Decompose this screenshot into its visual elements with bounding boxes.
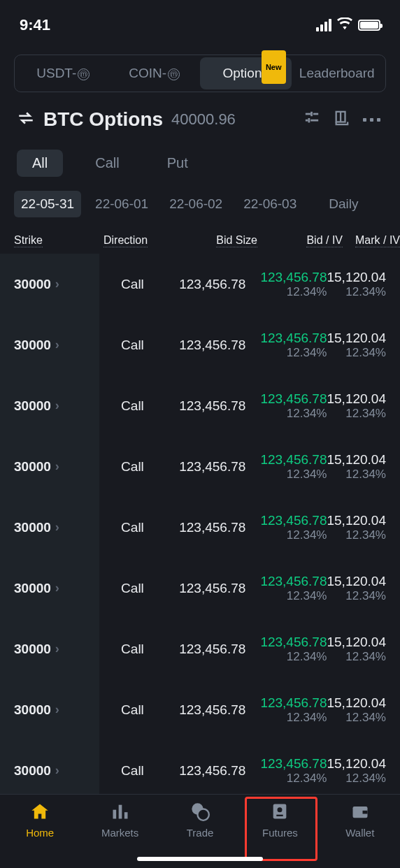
col-strike[interactable]: Strike (14, 234, 103, 247)
wifi-icon (337, 17, 352, 33)
svg-rect-14 (277, 815, 283, 816)
table-row[interactable]: 30000›Call123,456.78123,456.7812.34%15,1… (0, 679, 400, 740)
nav-label: Wallet (345, 827, 374, 839)
markiv-cell: 15,120.0412.34% (327, 695, 386, 725)
bidiv-cell: 123,456.7812.34% (245, 635, 327, 664)
bottom-nav: Home Markets Trade Futures Wallet (0, 794, 400, 868)
svg-rect-3 (310, 120, 318, 122)
table-row[interactable]: 30000›Call123,456.78123,456.7812.34%15,1… (0, 619, 400, 679)
sliders-icon[interactable] (301, 108, 322, 131)
chevron-right-icon: › (55, 702, 59, 717)
bidsize-cell: 123,456.78 (166, 642, 245, 657)
nav-wallet[interactable]: Wallet (320, 800, 400, 868)
table-header: Strike Direction Bid Size Bid / IV Mark … (0, 217, 400, 254)
bidiv-cell: 123,456.7812.34% (245, 695, 327, 725)
table-row[interactable]: 30000›Call123,456.78123,456.7812.34%15,1… (0, 254, 400, 314)
header-row: BTC Options 40000.96 (0, 92, 400, 138)
strike-cell[interactable]: 30000› (0, 436, 99, 497)
wallet-icon (349, 800, 371, 823)
markiv-cell: 15,120.0412.34% (327, 574, 386, 603)
table-row[interactable]: 30000›Call123,456.78123,456.7812.34%15,1… (0, 740, 400, 801)
more-icon[interactable] (360, 115, 383, 124)
nav-label: Futures (262, 827, 298, 839)
nav-label: Home (26, 827, 54, 839)
markiv-cell: 15,120.0412.34% (327, 452, 386, 482)
filter-all[interactable]: All (17, 150, 63, 177)
direction-cell: Call (99, 398, 166, 414)
bidsize-cell: 123,456.78 (166, 398, 245, 414)
futures-icon (269, 800, 291, 823)
svg-point-11 (198, 809, 209, 820)
bidiv-cell: 123,456.7812.34% (245, 513, 327, 542)
markiv-cell: 15,120.0412.34% (327, 391, 386, 421)
markiv-cell: 15,120.0412.34% (327, 331, 386, 360)
battery-icon (358, 20, 380, 31)
calculator-icon[interactable] (331, 108, 352, 131)
chevron-right-icon: › (55, 277, 59, 291)
direction-cell: Call (99, 581, 166, 596)
col-bidiv[interactable]: Bid / IV (257, 234, 343, 247)
table-row[interactable]: 30000›Call123,456.78123,456.7812.34%15,1… (0, 497, 400, 558)
filter-put[interactable]: Put (152, 150, 203, 177)
col-markiv[interactable]: Mark / IV (343, 234, 400, 247)
date-row[interactable]: 22-05-31 22-06-01 22-06-02 22-06-03 Dail… (0, 177, 400, 217)
options-table[interactable]: 30000›Call123,456.78123,456.7812.34%15,1… (0, 254, 400, 801)
table-row[interactable]: 30000›Call123,456.78123,456.7812.34%15,1… (0, 314, 400, 375)
date-item[interactable]: 22-06-01 (88, 191, 155, 217)
trade-icon (189, 800, 211, 823)
date-item[interactable]: 22-06-02 (162, 191, 229, 217)
filter-call[interactable]: Call (80, 150, 134, 177)
markiv-cell: 15,120.0412.34% (327, 513, 386, 542)
markiv-cell: 15,120.0412.34% (327, 270, 386, 299)
bidsize-cell: 123,456.78 (166, 702, 245, 718)
date-item[interactable]: 22-05-31 (14, 191, 81, 217)
filter-row: All Call Put (0, 138, 400, 177)
m-icon: ⓜ (78, 68, 90, 80)
tab-label: USDT- (36, 66, 76, 80)
tab-usdt-m[interactable]: USDT-ⓜ (17, 57, 109, 89)
strike-cell[interactable]: 30000› (0, 740, 99, 801)
strike-cell[interactable]: 30000› (0, 254, 99, 314)
svg-rect-0 (306, 113, 310, 115)
svg-rect-5 (308, 118, 310, 122)
m-icon: ⓜ (168, 68, 180, 80)
tab-label: Leaderboard (299, 66, 375, 80)
date-item[interactable]: Daily (322, 191, 365, 217)
col-bidsize[interactable]: Bid Size (173, 234, 257, 247)
direction-cell: Call (99, 520, 166, 535)
bidsize-cell: 123,456.78 (166, 520, 245, 535)
strike-cell[interactable]: 30000› (0, 679, 99, 740)
col-direction[interactable]: Direction (103, 234, 173, 247)
strike-cell[interactable]: 30000› (0, 375, 99, 436)
status-bar: 9:41 (0, 0, 400, 42)
strike-cell[interactable]: 30000› (0, 314, 99, 375)
pair-price: 40000.96 (171, 110, 236, 129)
bidsize-cell: 123,456.78 (166, 763, 245, 779)
svg-rect-8 (118, 805, 122, 819)
date-item[interactable]: 22-06-03 (236, 191, 303, 217)
tab-options[interactable]: New Options (200, 57, 292, 89)
chevron-right-icon: › (55, 459, 59, 474)
strike-cell[interactable]: 30000› (0, 558, 99, 619)
bidiv-cell: 123,456.7812.34% (245, 270, 327, 299)
home-indicator (137, 857, 263, 861)
direction-cell: Call (99, 277, 166, 292)
nav-home[interactable]: Home (0, 800, 80, 868)
table-row[interactable]: 30000›Call123,456.78123,456.7812.34%15,1… (0, 436, 400, 497)
svg-rect-4 (310, 112, 313, 116)
new-badge: New (262, 50, 286, 84)
chevron-right-icon: › (55, 642, 59, 656)
pair-title[interactable]: BTC Options (43, 108, 163, 131)
strike-cell[interactable]: 30000› (0, 619, 99, 679)
tab-leaderboard[interactable]: Leaderboard (292, 57, 383, 89)
markiv-cell: 15,120.0412.34% (327, 635, 386, 664)
tab-coin-m[interactable]: COIN-ⓜ (109, 57, 201, 89)
table-row[interactable]: 30000›Call123,456.78123,456.7812.34%15,1… (0, 375, 400, 436)
bidiv-cell: 123,456.7812.34% (245, 574, 327, 603)
direction-cell: Call (99, 702, 166, 718)
bidiv-cell: 123,456.7812.34% (245, 756, 327, 786)
chevron-right-icon: › (55, 581, 59, 595)
table-row[interactable]: 30000›Call123,456.78123,456.7812.34%15,1… (0, 558, 400, 619)
swap-icon[interactable] (17, 109, 35, 130)
strike-cell[interactable]: 30000› (0, 497, 99, 558)
